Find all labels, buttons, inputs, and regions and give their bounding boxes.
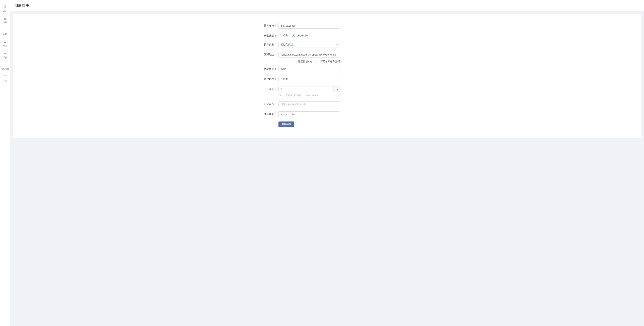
- select-value: 不限制: [281, 77, 288, 81]
- radio-dockerfile[interactable]: Dockerfile: [292, 34, 308, 37]
- code-version-input[interactable]: [278, 66, 340, 72]
- checkbox-config-key[interactable]: 配置授权Key: [294, 60, 312, 63]
- create-plugin-button[interactable]: 创建插件: [278, 121, 294, 127]
- sidebar-item-label: 团队管理: [1, 68, 9, 71]
- radio-label: Dockerfile: [296, 34, 308, 37]
- start-cmd-input[interactable]: [278, 101, 340, 107]
- sidebar-item-label: 任务: [3, 79, 7, 82]
- sidebar-item-label: 总览: [3, 9, 7, 12]
- content-wrapper: 插件名称： 安装来源： 镜像: [10, 10, 644, 326]
- radio-image[interactable]: 镜像: [278, 34, 288, 37]
- min-memory-label: 最小内存：: [257, 76, 278, 81]
- dashboard-icon: [4, 5, 7, 8]
- source-url-label: 源码地址：: [257, 52, 278, 56]
- sidebar: 总览 应用 新增 网关 插件: [0, 0, 10, 326]
- start-cmd-label: 启动命令：: [257, 101, 278, 106]
- plus-icon: [4, 28, 7, 32]
- sidebar-item-label: 应用: [3, 21, 7, 24]
- sidebar-item-label: 插件: [3, 56, 7, 59]
- sidebar-item-label: 网关: [3, 44, 7, 47]
- sidebar-item-task[interactable]: 任务: [0, 73, 10, 85]
- cpu-help-text: CPU分配额0为不限制，1000m=1core。: [278, 93, 340, 97]
- form-card: 插件名称： 安装来源： 镜像: [13, 14, 641, 138]
- source-url-input[interactable]: [278, 52, 340, 57]
- sidebar-item-gateway[interactable]: 网关: [0, 38, 10, 50]
- description-input[interactable]: [278, 111, 340, 117]
- checkbox-icon: [294, 60, 296, 63]
- main-area: 创建插件 插件名称： 安装来源：: [10, 0, 644, 326]
- svg-point-1: [4, 65, 6, 66]
- sidebar-item-plugin[interactable]: 插件: [0, 50, 10, 62]
- plugin-type-select[interactable]: 初始化类型: [278, 42, 340, 47]
- sidebar-item-apps[interactable]: 应用: [0, 15, 10, 26]
- cpu-unit: m: [334, 86, 340, 92]
- page-header: 创建插件: [10, 0, 644, 10]
- sidebar-item-add[interactable]: 新增: [0, 26, 10, 38]
- plugin-icon: [4, 52, 7, 55]
- checkbox-label: 配置授权Key: [298, 60, 312, 63]
- plugin-name-label: 插件名称：: [257, 23, 278, 27]
- min-memory-select[interactable]: 不限制: [278, 76, 340, 82]
- plugin-type-label: 插件类别：: [257, 42, 278, 46]
- checkbox-icon: [316, 60, 318, 63]
- code-version-label: 代码版本：: [257, 66, 278, 71]
- chevron-down-icon: [336, 78, 338, 80]
- radio-icon: [278, 34, 281, 37]
- gear-icon: [4, 63, 7, 67]
- sidebar-item-label: 新增: [3, 33, 7, 36]
- cpu-label: CPU：: [257, 86, 278, 91]
- page-title: 创建插件: [14, 3, 640, 8]
- install-source-label: 安装来源：: [257, 33, 278, 37]
- chevron-down-icon: [336, 43, 338, 46]
- select-value: 初始化类型: [281, 43, 293, 46]
- svg-point-0: [4, 53, 6, 54]
- sidebar-item-team[interactable]: 团队管理: [0, 62, 10, 73]
- gateway-icon: [4, 40, 7, 43]
- checkbox-label: 填写仓库账号密码: [320, 60, 340, 63]
- cpu-input[interactable]: [278, 86, 334, 92]
- radio-label: 镜像: [283, 34, 288, 37]
- plugin-name-input[interactable]: [278, 23, 340, 28]
- alert-icon: [4, 75, 7, 78]
- apps-icon: [4, 17, 7, 20]
- description-label: 一句话说明：: [257, 111, 278, 116]
- sidebar-item-overview[interactable]: 总览: [0, 3, 10, 15]
- checkbox-repo-auth[interactable]: 填写仓库账号密码: [316, 60, 340, 63]
- radio-icon: [292, 34, 295, 37]
